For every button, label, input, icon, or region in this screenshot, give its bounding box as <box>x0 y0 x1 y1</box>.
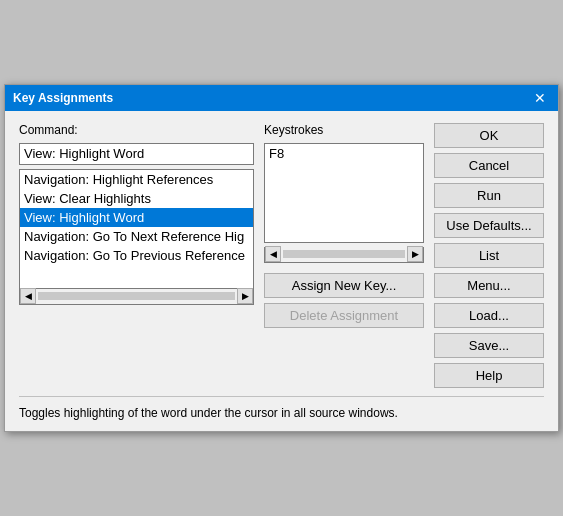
run-button[interactable]: Run <box>434 183 544 208</box>
middle-buttons: Assign New Key... Delete Assignment <box>264 273 424 328</box>
load-button[interactable]: Load... <box>434 303 544 328</box>
keystroke-scroll-left[interactable]: ◀ <box>265 246 281 262</box>
keystroke-hscroll-track <box>283 250 405 258</box>
keystrokes-textarea[interactable]: F8 <box>264 143 424 243</box>
list-button[interactable]: List <box>434 243 544 268</box>
keystroke-scroll-right[interactable]: ▶ <box>407 246 423 262</box>
help-button[interactable]: Help <box>434 363 544 388</box>
hscroll-track <box>38 292 235 300</box>
list-item[interactable]: Navigation: Highlight References <box>20 170 253 189</box>
delete-assignment-button[interactable]: Delete Assignment <box>264 303 424 328</box>
ok-button[interactable]: OK <box>434 123 544 148</box>
list-item[interactable]: Navigation: Go To Previous Reference <box>20 246 253 265</box>
description-text: Toggles highlighting of the word under t… <box>19 406 398 420</box>
assign-new-key-button[interactable]: Assign New Key... <box>264 273 424 298</box>
command-section: Command: Navigation: Highlight Reference… <box>19 123 254 305</box>
command-list-hscroll[interactable]: ◀ ▶ <box>19 289 254 305</box>
command-list-items: Navigation: Highlight References View: C… <box>20 170 253 265</box>
scroll-right-btn[interactable]: ▶ <box>237 288 253 304</box>
save-button[interactable]: Save... <box>434 333 544 358</box>
list-item-selected[interactable]: View: Highlight Word <box>20 208 253 227</box>
list-item[interactable]: Navigation: Go To Next Reference Hig <box>20 227 253 246</box>
use-defaults-button[interactable]: Use Defaults... <box>434 213 544 238</box>
top-row: Command: Navigation: Highlight Reference… <box>19 123 544 388</box>
scroll-left-btn[interactable]: ◀ <box>20 288 36 304</box>
dialog-title: Key Assignments <box>13 91 113 105</box>
key-assignments-dialog: Key Assignments ✕ Command: Navigation: H… <box>4 84 559 433</box>
description-section: Toggles highlighting of the word under t… <box>19 396 544 422</box>
command-search-input[interactable] <box>19 143 254 165</box>
title-bar: Key Assignments ✕ <box>5 85 558 111</box>
keystrokes-section: Keystrokes F8 ◀ ▶ Assign New Key... Dele… <box>264 123 424 328</box>
cancel-button[interactable]: Cancel <box>434 153 544 178</box>
command-label: Command: <box>19 123 254 137</box>
dialog-body: Command: Navigation: Highlight Reference… <box>5 111 558 432</box>
menu-button[interactable]: Menu... <box>434 273 544 298</box>
command-list[interactable]: Navigation: Highlight References View: C… <box>19 169 254 289</box>
close-button[interactable]: ✕ <box>530 91 550 105</box>
list-item[interactable]: View: Clear Highlights <box>20 189 253 208</box>
keystrokes-label: Keystrokes <box>264 123 424 137</box>
right-buttons-section: OK Cancel Run Use Defaults... List Menu.… <box>434 123 544 388</box>
command-list-wrapper: Navigation: Highlight References View: C… <box>19 169 254 305</box>
keystrokes-hscroll[interactable]: ◀ ▶ <box>264 247 424 263</box>
